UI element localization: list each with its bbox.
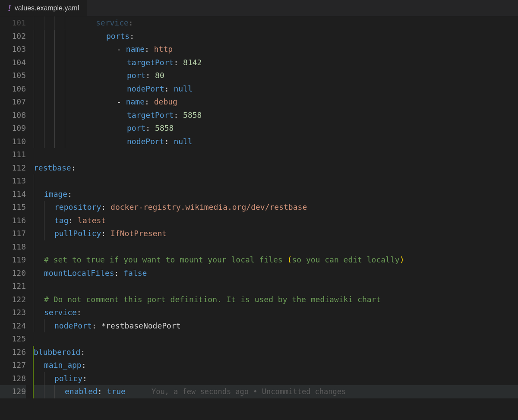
line-number: 109 xyxy=(0,122,26,135)
line-number: 116 xyxy=(0,214,26,227)
yaml-file-icon: ! xyxy=(8,4,11,13)
code-line[interactable]: service: xyxy=(34,306,518,319)
code-line[interactable]: # Do not comment this port definition. I… xyxy=(34,293,518,306)
line-number: 123 xyxy=(0,306,26,319)
code-line[interactable] xyxy=(34,332,518,346)
code-area[interactable]: service:ports:- name: httptargetPort: 81… xyxy=(34,16,518,420)
code-line[interactable]: - name: http xyxy=(34,43,518,56)
code-line[interactable]: policy: xyxy=(34,372,518,385)
line-number: 114 xyxy=(0,188,26,201)
code-line[interactable]: targetPort: 8142 xyxy=(34,56,518,69)
line-number: 125 xyxy=(0,332,26,346)
line-number: 106 xyxy=(0,82,26,96)
code-editor[interactable]: 1011021031041051061071081091101111121131… xyxy=(0,16,518,420)
code-line[interactable]: nodePort: *restbaseNodePort xyxy=(34,319,518,333)
code-line[interactable]: blubberoid: xyxy=(34,346,518,359)
line-number: 118 xyxy=(0,240,26,254)
line-number: 104 xyxy=(0,56,26,69)
code-line[interactable]: pullPolicy: IfNotPresent xyxy=(34,227,518,240)
code-line[interactable]: # set to true if you want to mount your … xyxy=(34,253,518,267)
line-number: 105 xyxy=(0,69,26,82)
code-line[interactable]: image: xyxy=(34,188,518,201)
line-number: 111 xyxy=(0,148,26,161)
line-number: 112 xyxy=(0,161,26,175)
line-number: 119 xyxy=(0,253,26,267)
tab-values-example-yaml[interactable]: ! values.example.yaml xyxy=(0,0,87,16)
git-blame-annotation: You, a few seconds ago • Uncommitted cha… xyxy=(152,387,346,396)
tab-filename: values.example.yaml xyxy=(15,4,79,12)
line-number: 120 xyxy=(0,267,26,280)
line-number: 126 xyxy=(0,346,26,359)
tab-bar: ! values.example.yaml xyxy=(0,0,518,16)
line-number: 129 xyxy=(0,385,26,398)
line-number: 101 xyxy=(0,16,26,30)
code-line[interactable] xyxy=(34,240,518,254)
line-number: 117 xyxy=(0,227,26,240)
code-line[interactable]: enabled: trueYou, a few seconds ago • Un… xyxy=(34,385,518,398)
code-line[interactable]: main_app: xyxy=(34,359,518,372)
code-line[interactable]: mountLocalFiles: false xyxy=(34,267,518,280)
line-number: 107 xyxy=(0,95,26,109)
code-line[interactable]: restbase: xyxy=(34,161,518,175)
code-line[interactable] xyxy=(34,280,518,293)
code-line[interactable]: repository: docker-registry.wikimedia.or… xyxy=(34,201,518,214)
code-line[interactable]: port: 5858 xyxy=(34,122,518,135)
code-line[interactable]: tag: latest xyxy=(34,214,518,227)
line-number: 127 xyxy=(0,359,26,372)
line-number: 102 xyxy=(0,30,26,43)
line-number: 103 xyxy=(0,43,26,56)
code-line[interactable]: targetPort: 5858 xyxy=(34,109,518,122)
line-number: 113 xyxy=(0,174,26,188)
line-number: 124 xyxy=(0,319,26,333)
line-number: 110 xyxy=(0,135,26,148)
line-number: 115 xyxy=(0,201,26,214)
code-line[interactable]: - name: debug xyxy=(34,95,518,109)
code-line[interactable]: nodePort: null xyxy=(34,135,518,148)
line-number: 108 xyxy=(0,109,26,122)
code-line[interactable]: service: xyxy=(34,16,518,30)
code-line[interactable] xyxy=(34,148,518,161)
code-line[interactable] xyxy=(34,174,518,188)
code-line[interactable]: port: 80 xyxy=(34,69,518,82)
line-number: 122 xyxy=(0,293,26,306)
line-number: 128 xyxy=(0,372,26,385)
code-line[interactable]: nodePort: null xyxy=(34,82,518,96)
line-number: 121 xyxy=(0,280,26,293)
line-number-gutter: 1011021031041051061071081091101111121131… xyxy=(0,16,34,420)
code-line[interactable]: ports: xyxy=(34,30,518,43)
